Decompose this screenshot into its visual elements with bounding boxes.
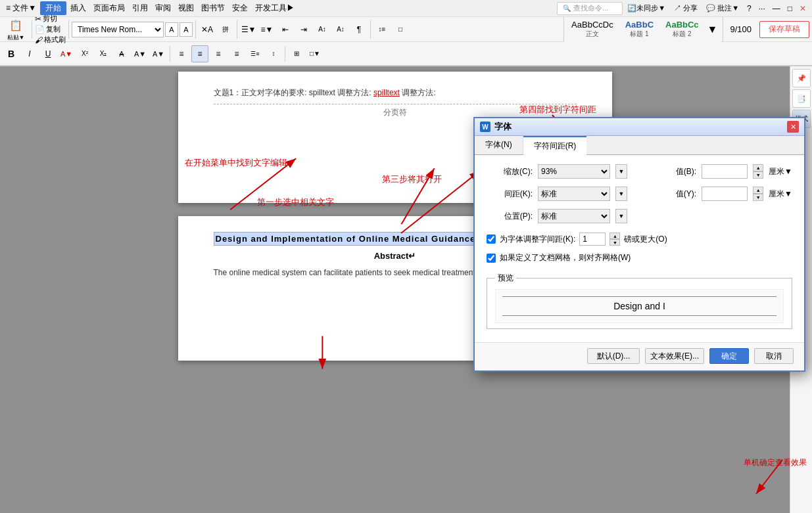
value-y-up[interactable]: ▲ bbox=[753, 187, 763, 194]
col-btn[interactable]: ☰≡ bbox=[247, 45, 264, 62]
expand-btn[interactable]: A▼ bbox=[150, 45, 167, 62]
text-effect-btn[interactable]: 文本效果(E)... bbox=[645, 348, 704, 364]
font-size-controls: A A bbox=[165, 22, 193, 37]
show-para-btn[interactable]: ¶ bbox=[350, 21, 368, 38]
paste-btn[interactable]: 📋 bbox=[3, 16, 28, 33]
value-y-label: 值(Y): bbox=[676, 189, 696, 200]
more-btn[interactable]: ··· bbox=[755, 3, 769, 14]
preview-legend: 预览 bbox=[495, 273, 516, 284]
line-spacing-btn[interactable]: ↕≡ bbox=[373, 21, 391, 38]
value-y-input[interactable] bbox=[702, 187, 748, 201]
superscript-btn[interactable]: X² bbox=[76, 45, 93, 62]
outline-icon[interactable]: 📑 bbox=[792, 89, 811, 108]
strikethrough-btn[interactable]: A bbox=[113, 45, 130, 62]
help-btn[interactable]: ? bbox=[744, 3, 755, 14]
border2-btn[interactable]: □▼ bbox=[306, 45, 323, 62]
ann-step3: 第三步将其打开 bbox=[382, 173, 442, 185]
cut-label[interactable]: 剪切 bbox=[43, 14, 57, 24]
border-btn[interactable]: □ bbox=[392, 21, 409, 38]
menu-item-book[interactable]: 图书节 bbox=[198, 1, 228, 15]
menu-item-layout[interactable]: 页面布局 bbox=[90, 1, 128, 15]
style-h1[interactable]: AaBbC 标题 1 bbox=[621, 18, 658, 41]
cb1-dn[interactable]: ▼ bbox=[609, 239, 620, 246]
align-left-btn[interactable]: ≡ bbox=[173, 45, 190, 62]
menu-item-view[interactable]: 视图 bbox=[175, 1, 197, 15]
sort-btn[interactable]: A↕ bbox=[332, 21, 349, 38]
sep1 bbox=[32, 20, 32, 39]
menu-item-home[interactable]: 开始 bbox=[40, 1, 66, 15]
dialog-close-btn[interactable]: ✕ bbox=[787, 121, 799, 133]
style-h2[interactable]: AaBbCc 标题 2 bbox=[661, 18, 704, 41]
sync-btn[interactable]: 🔄未同步▼ bbox=[623, 2, 669, 14]
tab-font[interactable]: 字体(N) bbox=[475, 136, 523, 154]
menu-item-file[interactable]: ≡ 文件▼ bbox=[3, 1, 39, 15]
spacing-dropdown-icon[interactable]: ▼ bbox=[615, 187, 627, 201]
ann-step4: 第四部找到字符间距 bbox=[519, 104, 596, 116]
list-ordered-btn[interactable]: ≡▼ bbox=[258, 21, 275, 38]
style-h1-label: 标题 1 bbox=[630, 30, 648, 39]
styles-expand-icon[interactable]: ▼ bbox=[706, 22, 719, 37]
font-size-increase[interactable]: A bbox=[165, 22, 178, 37]
value-b-input[interactable] bbox=[702, 164, 748, 179]
checkbox1-val-input[interactable] bbox=[579, 233, 606, 246]
menu-item-dev[interactable]: 开发工具▶ bbox=[252, 1, 298, 15]
sep6 bbox=[170, 46, 170, 62]
clear-format-btn[interactable]: ✕A bbox=[199, 21, 216, 38]
para-spacing-btn[interactable]: ↕ bbox=[265, 45, 282, 62]
italic-btn[interactable]: I bbox=[21, 45, 38, 62]
menu-item-security[interactable]: 安全 bbox=[229, 1, 251, 15]
share-btn[interactable]: ↗ 分享 bbox=[670, 2, 702, 14]
bold-btn[interactable]: B bbox=[3, 45, 20, 62]
font-name-select[interactable]: Times New Rom... bbox=[72, 22, 164, 37]
page1-text: 文题1：正文对字体的要求: spilltext 调整方法: spilltext … bbox=[214, 87, 577, 99]
sep4 bbox=[237, 20, 237, 39]
list-unordered-btn[interactable]: ☰▼ bbox=[240, 21, 257, 38]
search-box[interactable]: 🔍 查找命令... bbox=[557, 2, 623, 15]
value-y-dn[interactable]: ▼ bbox=[753, 194, 763, 201]
underline-btn[interactable]: U bbox=[39, 45, 57, 62]
position-select[interactable]: 标准 bbox=[538, 209, 610, 223]
copy-label[interactable]: 复制 bbox=[46, 24, 60, 34]
value-b-dn[interactable]: ▼ bbox=[753, 171, 763, 179]
maximize-btn[interactable]: □ bbox=[784, 3, 796, 14]
menu-item-review[interactable]: 审阅 bbox=[152, 1, 174, 15]
format-brush-label[interactable]: 格式刷 bbox=[44, 35, 66, 45]
align-justify-btn[interactable]: ≡ bbox=[228, 45, 245, 62]
font-color-btn[interactable]: A▼ bbox=[58, 45, 75, 62]
menu-item-ref[interactable]: 引用 bbox=[129, 1, 151, 15]
indent-increase-btn[interactable]: ⇥ bbox=[295, 21, 312, 38]
font-size-decrease[interactable]: A bbox=[179, 22, 193, 37]
spacing-select[interactable]: 标准 bbox=[538, 187, 610, 201]
indent-decrease-btn[interactable]: ⇤ bbox=[277, 21, 294, 38]
scale-select[interactable]: 93% bbox=[538, 164, 610, 179]
align-center-btn[interactable]: ≡ bbox=[191, 45, 208, 62]
nav-icon[interactable]: 📌 bbox=[792, 69, 811, 87]
checkbox2[interactable] bbox=[487, 254, 496, 263]
scale-dropdown-icon[interactable]: ▼ bbox=[615, 164, 627, 179]
close-btn[interactable]: ✕ bbox=[796, 3, 809, 14]
minimize-btn[interactable]: — bbox=[769, 3, 784, 14]
position-dropdown-icon[interactable]: ▼ bbox=[615, 209, 627, 223]
checkbox1[interactable] bbox=[487, 234, 496, 244]
default-btn[interactable]: 默认(D)... bbox=[587, 348, 640, 364]
dialog-tabs: 字体(N) 字符间距(R) bbox=[475, 136, 804, 155]
table-btn[interactable]: ⊞ bbox=[288, 45, 305, 62]
value-b-up[interactable]: ▲ bbox=[753, 164, 763, 171]
phonetic-btn[interactable]: 拼 bbox=[217, 21, 234, 38]
dialog-title-text: 字体 bbox=[490, 121, 787, 133]
value-b-unit: 厘米▼ bbox=[769, 166, 792, 177]
sep3 bbox=[195, 20, 196, 39]
text-direction-btn[interactable]: A↕ bbox=[314, 21, 331, 38]
save-draft-btn[interactable]: 保存草稿 bbox=[759, 21, 809, 38]
ok-btn[interactable]: 确定 bbox=[709, 348, 749, 364]
comment-btn[interactable]: 💬 批注▼ bbox=[702, 2, 743, 14]
cb1-up[interactable]: ▲ bbox=[609, 233, 620, 239]
subscript-btn[interactable]: X₂ bbox=[95, 45, 112, 62]
tab-spacing[interactable]: 字符间距(R) bbox=[523, 136, 587, 155]
align-right-btn[interactable]: ≡ bbox=[210, 45, 227, 62]
text-bg-btn[interactable]: A▼ bbox=[131, 45, 149, 62]
toolbar-area: ≡ 文件▼ 开始 插入 页面布局 引用 审阅 视图 图书节 安全 开发工具▶ 🔍… bbox=[0, 0, 812, 66]
menu-item-insert[interactable]: 插入 bbox=[67, 1, 89, 15]
style-normal[interactable]: AaBbCcDc 正文 bbox=[567, 18, 618, 41]
cancel-btn[interactable]: 取消 bbox=[754, 348, 794, 364]
